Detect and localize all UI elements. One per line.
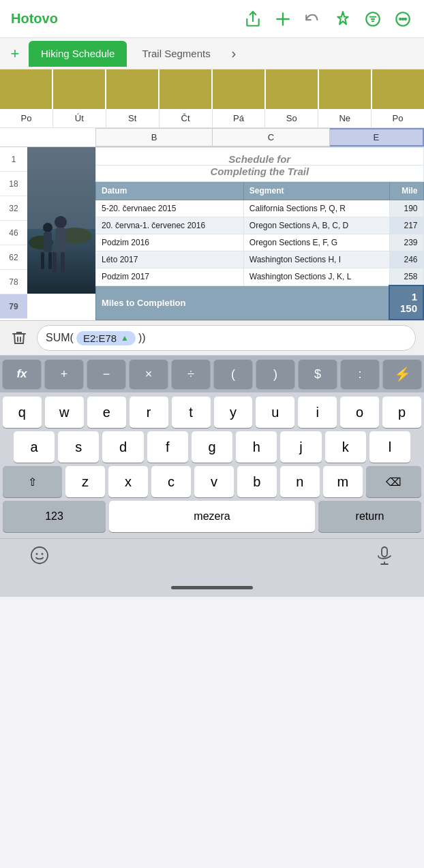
table-row[interactable]: Léto 2017 Washington Sections H, I 246 [96, 251, 424, 268]
table-title-line2: Completing the Trail [96, 166, 424, 182]
lightning-key[interactable]: ⚡ [383, 360, 421, 388]
mic-button[interactable] [372, 543, 397, 568]
undo-icon[interactable] [303, 9, 323, 29]
table-row[interactable]: 20. června-1. červenec 2016 Oregon Secti… [96, 217, 424, 234]
backspace-key[interactable]: ⌫ [366, 466, 421, 497]
key-row-3: ⇧ z x c v b n m ⌫ [3, 466, 421, 497]
minus-key[interactable]: − [87, 360, 125, 388]
key-j[interactable]: j [280, 431, 321, 463]
key-a[interactable]: a [14, 431, 55, 463]
space-key[interactable]: mezera [109, 501, 315, 532]
add-sheet-button[interactable]: + [4, 43, 26, 65]
key-m[interactable]: m [323, 466, 363, 497]
formula-range-text: E2:E78 [83, 332, 117, 344]
multiply-key[interactable]: × [130, 360, 168, 388]
day-so: So [265, 109, 318, 127]
fx-key[interactable]: fx [3, 360, 41, 388]
formula-arrow-icon: ▲ [121, 333, 129, 343]
table-title-line1: Schedule for [96, 148, 424, 166]
share-icon[interactable] [243, 9, 263, 29]
row-4-mile: 258 [389, 268, 423, 286]
key-q[interactable]: q [3, 397, 42, 428]
svg-point-8 [399, 18, 401, 19]
row-3-segment: Washington Sections H, I [243, 251, 389, 268]
shift-key[interactable]: ⇧ [3, 466, 62, 497]
key-w[interactable]: w [45, 397, 84, 428]
formula-input[interactable]: SUM( E2:E78 ▲ )) [37, 325, 416, 351]
key-b[interactable]: b [237, 466, 277, 497]
key-e[interactable]: e [87, 397, 126, 428]
key-c[interactable]: c [151, 466, 191, 497]
tab-trail-segments[interactable]: Trail Segments [130, 41, 222, 67]
pin-icon[interactable] [333, 9, 353, 29]
lparen-key[interactable]: ( [214, 360, 252, 388]
key-v[interactable]: v [194, 466, 234, 497]
day-pa: Pá [213, 109, 266, 127]
key-f[interactable]: f [147, 431, 188, 463]
plus-key[interactable]: + [45, 360, 83, 388]
add-icon[interactable] [273, 9, 293, 29]
day-label-row: Po Út St Čt Pá So Ne Po [0, 109, 424, 128]
key-u[interactable]: u [256, 397, 294, 428]
formula-sum-label: SUM( [46, 332, 74, 344]
key-i[interactable]: i [298, 397, 337, 428]
col-header-e[interactable]: E [330, 128, 424, 146]
row-1-mile: 217 [389, 217, 423, 234]
spreadsheet-area: Po Út St Čt Pá So Ne Po B C E 1 18 32 46… [0, 69, 424, 320]
emoji-button[interactable] [27, 543, 52, 568]
tab-hiking-schedule[interactable]: Hiking Schedule [29, 41, 127, 67]
return-key[interactable]: return [318, 501, 421, 532]
formula-close-label: )) [138, 332, 146, 344]
numbers-key[interactable]: 123 [3, 501, 106, 532]
done-button[interactable]: Hotovo [11, 11, 58, 27]
key-s[interactable]: s [58, 431, 99, 463]
row-3-datum: Léto 2017 [96, 251, 244, 268]
col-header-segment: Segment [243, 182, 389, 200]
divide-key[interactable]: ÷ [172, 360, 210, 388]
svg-point-19 [55, 216, 67, 228]
key-p[interactable]: p [382, 397, 421, 428]
key-t[interactable]: t [172, 397, 211, 428]
day-po1: Po [0, 109, 53, 127]
key-z[interactable]: z [65, 466, 105, 497]
formula-range-badge[interactable]: E2:E78 ▲ [76, 331, 136, 345]
table-row[interactable]: Podzim 2017 Washington Sections J, K, L … [96, 268, 424, 286]
key-h[interactable]: h [236, 431, 277, 463]
svg-rect-17 [41, 252, 44, 269]
key-n[interactable]: n [280, 466, 320, 497]
dollar-key[interactable]: $ [299, 360, 337, 388]
key-g[interactable]: g [192, 431, 232, 463]
col-header-b[interactable]: B [95, 128, 213, 146]
key-x[interactable]: x [108, 466, 148, 497]
row-num-62: 62 [0, 245, 27, 270]
color-cell-8 [372, 69, 424, 109]
key-y[interactable]: y [214, 397, 253, 428]
col-header-c[interactable]: C [213, 128, 329, 146]
key-r[interactable]: r [130, 397, 168, 428]
keyboard: q w e r t y u i o p a s d f g h j k l ⇧ … [0, 392, 424, 538]
day-ut: Út [53, 109, 106, 127]
math-key-row: fx + − × ÷ ( ) $ : ⚡ [0, 356, 424, 392]
key-row-2: a s d f g h j k l [3, 431, 421, 463]
color-cell-7 [319, 69, 372, 109]
rparen-key[interactable]: ) [256, 360, 294, 388]
tabs-bar: + Hiking Schedule Trail Segments › [0, 38, 424, 69]
toolbar: Hotovo [0, 0, 424, 38]
table-row[interactable]: Podzim 2016 Oregon Sections E, F, G 239 [96, 234, 424, 251]
svg-rect-20 [55, 228, 66, 252]
day-st: St [106, 109, 160, 127]
table-row[interactable]: 5-20. červnaec 2015 California Sections … [96, 200, 424, 217]
total-row[interactable]: Miles to Completion 1 150 [96, 285, 424, 320]
key-k[interactable]: k [325, 431, 366, 463]
key-l[interactable]: l [369, 431, 410, 463]
svg-rect-18 [48, 252, 52, 269]
colon-key[interactable]: : [341, 360, 379, 388]
total-label: Miles to Completion [96, 285, 390, 320]
tabs-more-icon[interactable]: › [226, 46, 242, 61]
col-header-datum: Datum [96, 182, 244, 200]
delete-button[interactable] [8, 327, 30, 349]
key-o[interactable]: o [340, 397, 379, 428]
filter-icon[interactable] [363, 9, 383, 29]
key-d[interactable]: d [102, 431, 143, 463]
more-icon[interactable] [393, 9, 413, 29]
